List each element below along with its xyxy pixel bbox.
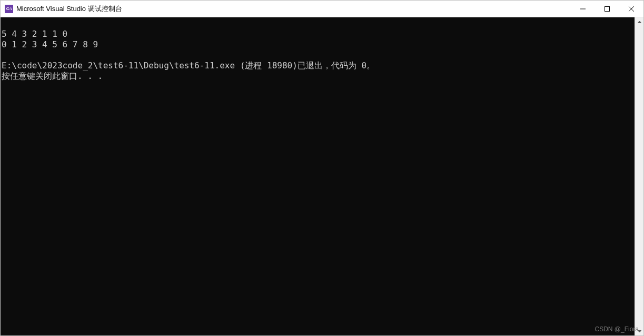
output-line: 5 4 3 2 1 1 0	[2, 29, 67, 39]
close-button[interactable]	[619, 1, 643, 17]
console-output[interactable]: 5 4 3 2 1 1 0 0 1 2 3 4 5 6 7 8 9 E:\cod…	[1, 17, 635, 335]
svg-marker-4	[638, 21, 641, 23]
scroll-up-arrow-icon[interactable]	[635, 17, 643, 26]
console-body: 5 4 3 2 1 1 0 0 1 2 3 4 5 6 7 8 9 E:\cod…	[1, 17, 643, 335]
app-icon: C:\	[5, 5, 13, 13]
window-title: Microsoft Visual Studio 调试控制台	[16, 4, 571, 14]
minimize-button[interactable]	[571, 1, 595, 17]
vertical-scrollbar[interactable]	[635, 17, 643, 335]
svg-rect-1	[605, 6, 610, 11]
maximize-button[interactable]	[595, 1, 619, 17]
console-window: C:\ Microsoft Visual Studio 调试控制台 5 4 3 …	[0, 0, 644, 336]
output-line: 0 1 2 3 4 5 6 7 8 9	[2, 39, 98, 49]
watermark-text: CSDN @_Fiora	[595, 325, 639, 333]
output-line: 按任意键关闭此窗口. . .	[2, 71, 103, 81]
output-line: E:\code\2023code_2\test6-11\Debug\test6-…	[2, 60, 375, 70]
window-controls	[571, 1, 643, 17]
titlebar[interactable]: C:\ Microsoft Visual Studio 调试控制台	[1, 1, 643, 17]
